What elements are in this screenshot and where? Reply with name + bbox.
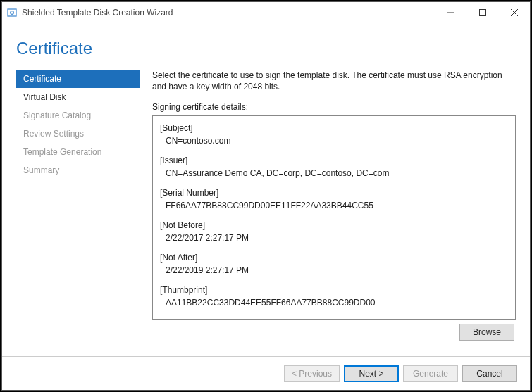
step-signature-catalog: Signature Catalog	[16, 106, 140, 125]
wizard-window: Shielded Template Disk Creation Wizard C…	[1, 1, 531, 391]
svg-rect-0	[8, 9, 16, 16]
generate-button: Generate	[403, 365, 458, 382]
browse-button[interactable]: Browse	[459, 324, 514, 341]
step-virtual-disk[interactable]: Virtual Disk	[16, 88, 140, 106]
cert-not-before-value: 2/22/2017 2:27:17 PM	[160, 232, 508, 244]
cert-issuer-label: [Issuer]	[160, 154, 508, 167]
titlebar: Shielded Template Disk Creation Wizard	[2, 2, 530, 23]
step-certificate[interactable]: Certificate	[16, 70, 140, 88]
window-controls	[435, 2, 530, 23]
main-panel: Select the certificate to use to sign th…	[152, 65, 516, 356]
cert-thumbprint-label: [Thumbprint]	[160, 284, 508, 296]
cert-not-after-label: [Not After]	[160, 251, 508, 264]
page-heading: Certificate	[16, 39, 516, 58]
heading-area: Certificate	[2, 23, 530, 65]
minimize-button[interactable]	[435, 2, 466, 23]
cert-subject-label: [Subject]	[160, 122, 508, 134]
cert-serial-value: FF66AA77BB88CC99DD00EE11FF22AA33BB44CC55	[160, 199, 508, 212]
details-label: Signing certificate details:	[152, 102, 516, 112]
browse-row: Browse	[152, 324, 516, 341]
close-button[interactable]	[498, 2, 530, 23]
cert-issuer: [Issuer] CN=Assurance Demo CA, DC=corp, …	[160, 154, 508, 179]
svg-rect-3	[479, 9, 485, 15]
svg-point-1	[11, 11, 14, 14]
window-title: Shielded Template Disk Creation Wizard	[22, 8, 435, 18]
app-icon	[6, 7, 18, 18]
wizard-steps: Certificate Virtual Disk Signature Catal…	[16, 65, 140, 356]
body-area: Certificate Virtual Disk Signature Catal…	[2, 65, 530, 356]
cert-serial: [Serial Number] FF66AA77BB88CC99DD00EE11…	[160, 186, 508, 212]
certificate-details-box: [Subject] CN=contoso.com [Issuer] CN=Ass…	[152, 115, 516, 320]
maximize-button[interactable]	[466, 2, 498, 23]
cert-issuer-value: CN=Assurance Demo CA, DC=corp, DC=contos…	[160, 167, 508, 179]
next-button[interactable]: Next >	[344, 365, 399, 382]
cancel-button[interactable]: Cancel	[462, 365, 517, 382]
previous-button: < Previous	[284, 365, 340, 382]
wizard-footer: < Previous Next > Generate Cancel	[2, 356, 530, 390]
step-review-settings: Review Settings	[16, 125, 140, 143]
cert-not-after-value: 2/22/2019 2:27:17 PM	[160, 264, 508, 277]
cert-not-after: [Not After] 2/22/2019 2:27:17 PM	[160, 251, 508, 277]
cert-thumbprint-value: AA11BB22CC33DD44EE55FF66AA77BB88CC99DD00	[160, 296, 508, 309]
cert-subject-value: CN=contoso.com	[160, 134, 508, 147]
instruction-text: Select the certificate to use to sign th…	[152, 70, 516, 92]
step-template-generation: Template Generation	[16, 143, 140, 161]
cert-not-before-label: [Not Before]	[160, 219, 508, 232]
step-summary: Summary	[16, 161, 140, 179]
cert-thumbprint: [Thumbprint] AA11BB22CC33DD44EE55FF66AA7…	[160, 284, 508, 309]
cert-not-before: [Not Before] 2/22/2017 2:27:17 PM	[160, 219, 508, 244]
cert-subject: [Subject] CN=contoso.com	[160, 122, 508, 147]
cert-serial-label: [Serial Number]	[160, 186, 508, 199]
